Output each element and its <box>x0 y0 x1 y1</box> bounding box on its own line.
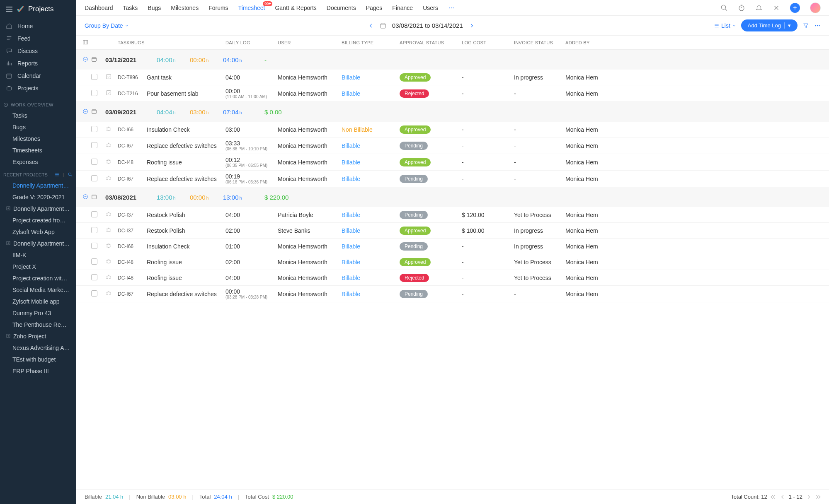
nav-discuss[interactable]: Discuss <box>0 45 76 57</box>
row-task[interactable]: Pour basement slab <box>147 90 225 97</box>
row-checkbox[interactable] <box>91 142 97 148</box>
view-dropdown[interactable]: List <box>714 22 736 29</box>
recent-project[interactable]: Project created from CF <box>0 215 76 226</box>
col-billing-header[interactable]: BILLING TYPE <box>342 40 400 45</box>
work-timesheets[interactable]: Timesheets <box>0 145 76 156</box>
recent-project[interactable]: Grade V: 2020-2021 <box>0 191 76 203</box>
app-logo[interactable]: Projects <box>17 5 53 13</box>
col-user-header[interactable]: USER <box>278 40 342 45</box>
add-button[interactable]: + <box>790 3 800 13</box>
recent-project[interactable]: Donnelly Apartments C <box>0 238 76 249</box>
bell-icon[interactable] <box>755 4 763 12</box>
search-icon[interactable] <box>720 4 728 12</box>
timesheet-row[interactable]: DC-I66 Insulation Check 03:00 Monica Hem… <box>76 122 829 137</box>
row-task[interactable]: Gant task <box>147 74 225 81</box>
timesheet-row[interactable]: DC-I67 Replace defective switches 03:33(… <box>76 137 829 154</box>
chevron-down-icon[interactable]: ▾ <box>784 22 791 29</box>
recent-project[interactable]: Zoho Project <box>0 330 76 342</box>
work-expenses[interactable]: Expenses <box>0 156 76 168</box>
prev-date-icon[interactable] <box>368 23 374 29</box>
recent-project[interactable]: Zylsoft Web App <box>0 226 76 238</box>
tab-tasks[interactable]: Tasks <box>123 5 138 11</box>
timesheet-row[interactable]: DC-T896 Gant task 04:00 Monica Hemsworth… <box>76 70 829 85</box>
row-task[interactable]: Insulation Check <box>147 126 225 133</box>
nav-projects[interactable]: Projects <box>0 82 76 94</box>
work-overview-header[interactable]: WORK OVERVIEW <box>0 98 76 110</box>
timesheet-row[interactable]: DC-I48 Roofing issue 02:00 Monica Hemswo… <box>76 254 829 270</box>
row-checkbox[interactable] <box>91 175 97 181</box>
columns-icon[interactable] <box>82 39 88 45</box>
search-icon[interactable] <box>68 172 73 177</box>
recent-project[interactable]: Dummy Pro 43 <box>0 307 76 319</box>
row-checkbox[interactable] <box>91 290 97 297</box>
date-group-row[interactable]: 03/09/2021 04:04h 03:00h 07:04h $ 0.00 <box>76 102 829 122</box>
date-group-row[interactable]: 03/08/2021 13:00h 00:00h 13:00h $ 220.00 <box>76 187 829 207</box>
settings-icon[interactable] <box>54 172 60 177</box>
row-task[interactable]: Replace defective switches <box>147 142 225 149</box>
row-task[interactable]: Replace defective switches <box>147 291 225 297</box>
recent-project[interactable]: Donnelly Apartments C <box>0 180 76 191</box>
tab-users[interactable]: Users <box>423 5 438 11</box>
row-checkbox[interactable] <box>91 126 97 132</box>
col-approval-header[interactable]: APPROVAL STATUS <box>400 40 462 45</box>
tab-gantt-reports[interactable]: Gantt & Reports <box>275 5 316 11</box>
collapse-icon[interactable] <box>82 109 88 114</box>
row-checkbox[interactable] <box>91 90 97 96</box>
recent-project[interactable]: ERP Phase III <box>0 365 76 377</box>
row-task[interactable]: Replace defective switches <box>147 176 225 182</box>
row-checkbox[interactable] <box>91 159 97 165</box>
col-cost-header[interactable]: LOG COST <box>462 40 514 45</box>
tab-forums[interactable]: Forums <box>208 5 228 11</box>
row-checkbox[interactable] <box>91 74 97 80</box>
prev-page-icon[interactable] <box>780 494 785 500</box>
row-task[interactable]: Roofing issue <box>147 259 225 265</box>
row-checkbox[interactable] <box>91 211 97 217</box>
timesheet-row[interactable]: DC-I37 Restock Polish 02:00 Steve Banks … <box>76 223 829 239</box>
row-checkbox[interactable] <box>91 227 97 233</box>
tab-dashboard[interactable]: Dashboard <box>85 5 113 11</box>
user-avatar[interactable] <box>810 2 821 13</box>
nav-home[interactable]: Home <box>0 20 76 32</box>
nav-reports[interactable]: Reports <box>0 57 76 70</box>
recent-project[interactable]: The Penthouse Remode <box>0 319 76 330</box>
recent-project[interactable]: Zylsoft Mobile app <box>0 296 76 307</box>
row-checkbox[interactable] <box>91 243 97 249</box>
recent-project[interactable]: Donnelly Apartments C <box>0 203 76 215</box>
collapse-icon[interactable] <box>82 194 88 200</box>
work-bugs[interactable]: Bugs <box>0 121 76 133</box>
timesheet-row[interactable]: DC-T216 Pour basement slab 00:00(11:00 A… <box>76 85 829 102</box>
work-tasks[interactable]: Tasks <box>0 110 76 121</box>
tab-documents[interactable]: Documents <box>327 5 356 11</box>
timesheet-row[interactable]: DC-I37 Restock Polish 04:00 Patricia Boy… <box>76 207 829 223</box>
collapse-icon[interactable] <box>82 56 88 62</box>
row-task[interactable]: Roofing issue <box>147 159 225 166</box>
row-task[interactable]: Restock Polish <box>147 227 225 234</box>
col-task-header[interactable]: TASK/BUGS <box>118 40 196 45</box>
add-time-log-button[interactable]: Add Time Log ▾ <box>741 19 797 31</box>
row-task[interactable]: Restock Polish <box>147 212 225 218</box>
timer-icon[interactable] <box>738 4 745 12</box>
calendar-icon[interactable] <box>380 22 386 29</box>
more-icon[interactable] <box>814 22 821 29</box>
tab-finance[interactable]: Finance <box>392 5 413 11</box>
first-page-icon[interactable] <box>771 494 776 500</box>
recent-project[interactable]: Social Media Marketing <box>0 284 76 296</box>
recent-project[interactable]: TEst with budget <box>0 354 76 365</box>
recent-project[interactable]: Nexus Advertising Agen <box>0 342 76 354</box>
col-log-header[interactable]: DAILY LOG <box>225 40 278 45</box>
timesheet-row[interactable]: DC-I67 Replace defective switches 00:00(… <box>76 286 829 302</box>
recent-project[interactable]: Project creation with la <box>0 272 76 284</box>
nav-calendar[interactable]: Calendar <box>0 70 76 82</box>
col-added-header[interactable]: ADDED BY <box>565 40 829 45</box>
filter-icon[interactable] <box>802 22 809 29</box>
tab-pages[interactable]: Pages <box>366 5 383 11</box>
more-tabs-icon[interactable] <box>448 5 455 11</box>
tools-icon[interactable] <box>773 4 780 12</box>
timesheet-row[interactable]: DC-I48 Roofing issue 04:00 Monica Hemswo… <box>76 270 829 286</box>
next-page-icon[interactable] <box>806 494 812 500</box>
date-group-row[interactable]: 03/12/2021 04:00h 00:00h 04:00h - <box>76 50 829 70</box>
next-date-icon[interactable] <box>469 23 475 29</box>
tab-bugs[interactable]: Bugs <box>148 5 161 11</box>
timesheet-row[interactable]: DC-I66 Insulation Check 01:00 Monica Hem… <box>76 239 829 254</box>
nav-feed[interactable]: Feed <box>0 32 76 45</box>
